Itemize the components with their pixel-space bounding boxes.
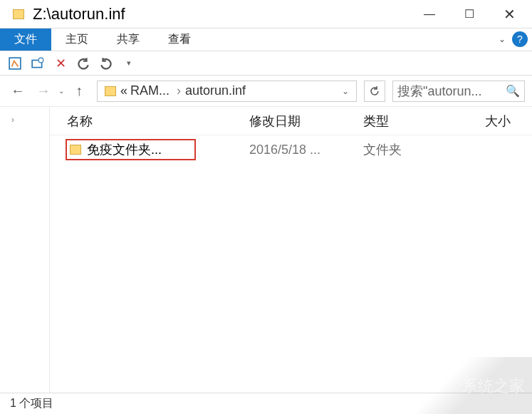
status-item-count: 1 个项目 bbox=[10, 396, 53, 411]
list-item[interactable]: 免疫文件夹... 2016/5/18 ... 文件夹 bbox=[50, 135, 532, 164]
folder-icon bbox=[105, 86, 116, 96]
file-name: 免疫文件夹... bbox=[87, 141, 162, 158]
delete-icon[interactable]: ✕ bbox=[53, 56, 68, 71]
tab-home[interactable]: 主页 bbox=[51, 29, 103, 51]
file-name-cell: 免疫文件夹... bbox=[50, 139, 249, 160]
search-icon: 🔍 bbox=[506, 84, 520, 98]
file-list-pane: 名称 修改日期 类型 大小 免疫文件夹... 2016/5/18 ... 文件夹 bbox=[50, 107, 532, 399]
minimize-button[interactable]: — bbox=[410, 0, 449, 29]
column-headers: 名称 修改日期 类型 大小 bbox=[50, 107, 532, 135]
search-placeholder: 搜索"autorun... bbox=[397, 83, 481, 100]
search-input[interactable]: 搜索"autorun... 🔍 bbox=[392, 81, 525, 102]
tab-share[interactable]: 共享 bbox=[103, 29, 154, 51]
maximize-button[interactable]: ☐ bbox=[449, 0, 489, 29]
navigation-pane[interactable]: › bbox=[0, 107, 50, 399]
redo-icon[interactable] bbox=[98, 56, 114, 71]
forward-button[interactable]: → bbox=[33, 81, 54, 102]
tree-expand-icon[interactable]: › bbox=[11, 115, 14, 125]
breadcrumb-part-1[interactable]: RAM... bbox=[127, 83, 172, 98]
column-header-size[interactable]: 大小 bbox=[449, 113, 532, 130]
undo-icon[interactable] bbox=[75, 56, 91, 71]
quick-access-toolbar: ✕ ▾ bbox=[0, 51, 532, 76]
breadcrumb[interactable]: « RAM... › autorun.inf ⌄ bbox=[97, 81, 357, 102]
breadcrumb-sep-icon: › bbox=[172, 83, 185, 98]
up-button[interactable]: ↑ bbox=[68, 81, 90, 102]
tab-view[interactable]: 查看 bbox=[154, 29, 205, 51]
content-area: › 名称 修改日期 类型 大小 免疫文件夹... 2016/5/18 ... 文… bbox=[0, 107, 532, 399]
file-type: 文件夹 bbox=[363, 141, 449, 158]
file-modified: 2016/5/18 ... bbox=[249, 143, 363, 157]
svg-rect-0 bbox=[9, 58, 21, 69]
column-header-name[interactable]: 名称 bbox=[50, 113, 249, 130]
svg-point-2 bbox=[38, 58, 43, 63]
refresh-button[interactable] bbox=[364, 81, 385, 102]
window-title: Z:\autorun.inf bbox=[30, 5, 410, 24]
window-controls: — ☐ ✕ bbox=[410, 0, 529, 29]
back-button[interactable]: ← bbox=[7, 81, 28, 102]
navigation-bar: ← → ⌄ ↑ « RAM... › autorun.inf ⌄ 搜索"auto… bbox=[0, 76, 532, 107]
properties-icon[interactable] bbox=[7, 56, 23, 71]
ribbon-collapse-button[interactable]: ⌄ bbox=[495, 32, 509, 46]
highlight-annotation: 免疫文件夹... bbox=[66, 139, 196, 160]
tab-file[interactable]: 文件 bbox=[0, 29, 51, 51]
history-dropdown-icon[interactable]: ⌄ bbox=[58, 87, 64, 95]
new-folder-icon[interactable] bbox=[30, 56, 46, 71]
breadcrumb-part-2[interactable]: autorun.inf bbox=[185, 83, 246, 98]
status-bar: 1 个项目 bbox=[0, 393, 532, 414]
breadcrumb-dropdown-icon[interactable]: ⌄ bbox=[342, 86, 353, 96]
help-icon[interactable]: ? bbox=[512, 31, 528, 47]
folder-icon bbox=[13, 9, 24, 19]
ribbon-toggle: ⌄ ? bbox=[495, 31, 528, 47]
close-button[interactable]: ✕ bbox=[489, 0, 529, 29]
breadcrumb-chevron-left: « bbox=[120, 83, 127, 98]
folder-icon bbox=[70, 145, 81, 155]
column-header-type[interactable]: 类型 bbox=[363, 113, 449, 130]
titlebar: Z:\autorun.inf — ☐ ✕ bbox=[0, 0, 532, 29]
ribbon-tabs: 文件 主页 共享 查看 ⌄ ? bbox=[0, 29, 532, 51]
qa-customize-icon[interactable]: ▾ bbox=[121, 56, 137, 71]
column-header-modified[interactable]: 修改日期 bbox=[249, 113, 363, 130]
